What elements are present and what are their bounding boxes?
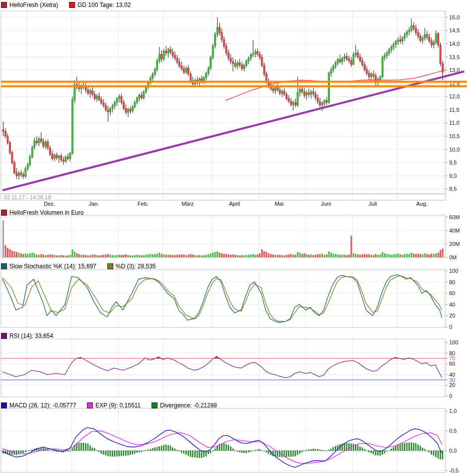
axis-tick-label: 9,5 [449,159,457,165]
legend-label: GD 100 Tage: 13,02 [78,1,131,8]
axis-tick-label: -0,5 [449,468,459,474]
axis-tick-label: 20M [449,241,460,247]
legend-item: HelloFresh (Xetra) [1,1,58,8]
axis-tick-label: 1,0 [449,408,457,414]
legend-item: EXP (9): 0,15511 [87,402,141,409]
axis-tick-label: 40M [449,228,460,234]
legend-label: Slow Stochastic %K (14): 15,697 [9,263,96,270]
axis-tick-label: 60 [449,290,455,296]
axis-tick-label: 13,5 [449,54,460,60]
rsi-legend: RSI (14): 33,654 [1,332,64,339]
legend-label: MACD (26, 12): -0,05777 [9,402,76,409]
axis-tick-label: 14,0 [449,41,460,47]
legend-swatch-icon [152,402,157,408]
legend-item: MACD (26, 12): -0,05777 [1,402,76,409]
stochastic-legend: Slow Stochastic %K (14): 15,697%D (3): 2… [1,263,166,270]
legend-label: Divergence: -0,21288 [160,402,217,409]
axis-tick-label: 0M [449,254,457,260]
legend-swatch-icon [69,2,75,8]
axis-tick-label: 9,0 [449,173,457,179]
month-label: Mai [275,201,284,207]
legend-swatch-icon [1,263,7,269]
axis-tick-label: 0,0 [449,448,457,454]
date-range-label: 02.11.17 - 14.08.18 [4,194,51,200]
legend-label: EXP (9): 0,15511 [95,402,141,409]
axis-tick-label: 60M [449,214,460,220]
legend-item: Divergence: -0,21288 [152,402,217,409]
legend-label: RSI (14): 33,654 [9,332,53,339]
axis-tick-label: 20 [449,382,455,388]
axis-tick-label: 14,5 [449,27,460,33]
axis-tick-label: 60 [449,361,455,367]
legend-label: HelloFresh Volumen in Euro [9,209,83,216]
legend-swatch-icon [1,333,7,339]
axis-tick-label: 11,0 [449,120,460,126]
axis-tick-label: 0,5 [449,428,457,434]
legend-swatch-icon [107,263,113,269]
main-chart-legend: HelloFresh (Xetra)GD 100 Tage: 13,02 [1,1,142,8]
legend-swatch-icon [1,210,7,216]
macd-legend: MACD (26, 12): -0,05777EXP (9): 0,15511D… [1,402,228,409]
legend-label: %D (3): 28,535 [116,263,156,270]
month-label: Jan. [89,201,99,207]
axis-tick-label: 0 [449,393,452,399]
axis-tick-label: 8,5 [449,186,457,192]
legend-item: Slow Stochastic %K (14): 15,697 [1,263,96,270]
axis-tick-label: 11,5 [449,107,460,113]
month-label: Feb. [138,201,149,207]
axis-tick-label: 0 [449,324,452,330]
axis-tick-label: 10,0 [449,147,460,153]
legend-swatch-icon [87,402,93,408]
axis-tick-label: 20 [449,313,455,318]
month-label: April [229,201,240,207]
month-label: Juli [369,201,377,207]
legend-item: GD 100 Tage: 13,02 [69,1,131,8]
axis-tick-label: 100 [449,339,458,345]
month-label: Aug. [416,201,428,207]
axis-tick-label: 10,5 [449,133,460,139]
legend-item: HelloFresh Volumen in Euro [1,209,83,216]
volume-legend: HelloFresh Volumen in Euro [1,209,94,216]
axis-tick-label: 100 [449,268,458,274]
stock-chart-page: 15,014,514,013,513,012,512,011,511,010,5… [0,0,467,476]
axis-tick-label: 80 [449,279,455,285]
axis-tick-label: 40 [449,302,455,308]
legend-item: RSI (14): 33,654 [1,332,53,339]
legend-swatch-icon [1,402,7,408]
legend-swatch-icon [1,2,7,8]
legend-label: HelloFresh (Xetra) [9,1,58,8]
legend-item: %D (3): 28,535 [107,263,156,270]
axis-tick-label: 15,0 [449,14,460,20]
month-label: März [181,201,193,207]
axis-tick-label: 12,0 [449,93,460,99]
month-label: Juni [321,201,331,207]
month-label: Dez. [44,201,55,207]
